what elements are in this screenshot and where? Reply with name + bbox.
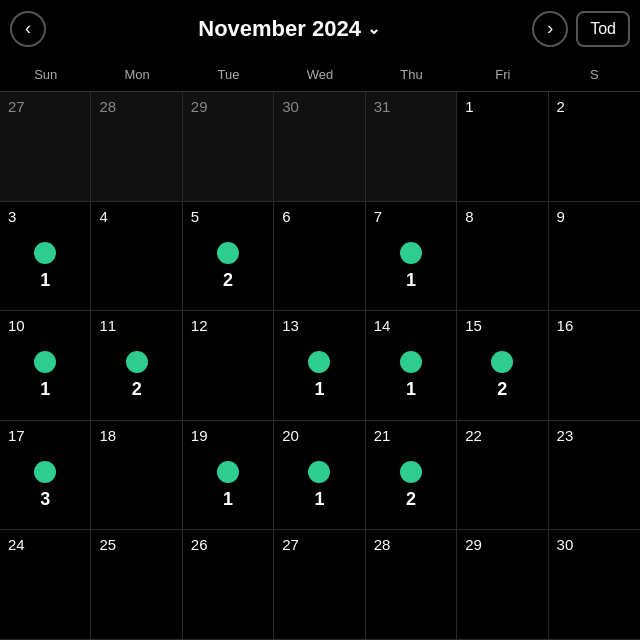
event-count: 2 (223, 270, 233, 291)
day-number: 7 (374, 208, 382, 225)
day-number: 29 (465, 536, 482, 553)
day-number: 5 (191, 208, 199, 225)
prev-month-button[interactable]: ‹ (10, 11, 46, 47)
day-number: 23 (557, 427, 574, 444)
calendar-day-cell[interactable]: 24 (0, 530, 91, 640)
event-count: 2 (132, 379, 142, 400)
day-number: 30 (557, 536, 574, 553)
event-count: 1 (314, 489, 324, 510)
event-count: 1 (314, 379, 324, 400)
day-number: 26 (191, 536, 208, 553)
calendar-day-cell[interactable]: 201 (274, 421, 365, 531)
calendar-day-cell[interactable]: 173 (0, 421, 91, 531)
day-cell-content: 1 (282, 448, 356, 524)
day-number: 29 (191, 98, 208, 115)
month-title-button[interactable]: November 2024 ⌄ (198, 16, 380, 42)
calendar-day-cell[interactable]: 52 (183, 202, 274, 312)
calendar-day-cell[interactable]: 29 (457, 530, 548, 640)
day-number: 18 (99, 427, 116, 444)
event-count: 3 (40, 489, 50, 510)
day-number: 8 (465, 208, 473, 225)
day-number: 1 (465, 98, 473, 115)
event-count: 1 (40, 379, 50, 400)
calendar-day-cell[interactable]: 191 (183, 421, 274, 531)
calendar-day-cell[interactable]: 1 (457, 92, 548, 202)
today-button[interactable]: Tod (576, 11, 630, 47)
calendar-day-cell[interactable]: 28 (91, 92, 182, 202)
event-dot-icon (34, 461, 56, 483)
calendar-day-cell[interactable]: 152 (457, 311, 548, 421)
calendar-day-cell[interactable]: 30 (549, 530, 640, 640)
event-dot-icon (308, 351, 330, 373)
calendar-day-cell[interactable]: 31 (0, 202, 91, 312)
calendar-day-cell[interactable]: 71 (366, 202, 457, 312)
day-number: 15 (465, 317, 482, 334)
event-count: 1 (223, 489, 233, 510)
calendar-day-cell[interactable]: 112 (91, 311, 182, 421)
day-number: 12 (191, 317, 208, 334)
day-cell-content: 2 (374, 448, 448, 524)
day-number: 9 (557, 208, 565, 225)
calendar-day-cell[interactable]: 131 (274, 311, 365, 421)
day-cell-content: 2 (99, 338, 173, 414)
day-header-sun: Sun (0, 57, 91, 91)
event-count: 1 (406, 270, 416, 291)
day-number: 24 (8, 536, 25, 553)
day-number: 6 (282, 208, 290, 225)
header-right: › Tod (532, 11, 630, 47)
day-number: 22 (465, 427, 482, 444)
calendar-day-cell[interactable]: 22 (457, 421, 548, 531)
event-dot-icon (308, 461, 330, 483)
day-number: 30 (282, 98, 299, 115)
day-cell-content: 1 (282, 338, 356, 414)
day-header-fri: Fri (457, 57, 548, 91)
day-number: 11 (99, 317, 116, 334)
calendar-day-cell[interactable]: 101 (0, 311, 91, 421)
calendar-day-cell[interactable]: 28 (366, 530, 457, 640)
next-month-button[interactable]: › (532, 11, 568, 47)
day-number: 17 (8, 427, 25, 444)
calendar-day-cell[interactable]: 29 (183, 92, 274, 202)
calendar-day-cell[interactable]: 31 (366, 92, 457, 202)
day-number: 2 (557, 98, 565, 115)
calendar-day-cell[interactable]: 18 (91, 421, 182, 531)
event-dot-icon (491, 351, 513, 373)
calendar-day-cell[interactable]: 4 (91, 202, 182, 312)
day-number: 28 (374, 536, 391, 553)
day-header-s: S (549, 57, 640, 91)
calendar-day-cell[interactable]: 8 (457, 202, 548, 312)
calendar-day-cell[interactable]: 141 (366, 311, 457, 421)
day-header-mon: Mon (91, 57, 182, 91)
calendar-day-cell[interactable]: 26 (183, 530, 274, 640)
calendar-day-cell[interactable]: 27 (274, 530, 365, 640)
day-number: 4 (99, 208, 107, 225)
event-dot-icon (126, 351, 148, 373)
event-count: 2 (406, 489, 416, 510)
event-count: 1 (406, 379, 416, 400)
day-number: 3 (8, 208, 16, 225)
calendar-day-cell[interactable]: 23 (549, 421, 640, 531)
event-dot-icon (217, 242, 239, 264)
day-header-tue: Tue (183, 57, 274, 91)
event-count: 1 (40, 270, 50, 291)
event-dot-icon (400, 461, 422, 483)
calendar-day-cell[interactable]: 16 (549, 311, 640, 421)
calendar-day-cell[interactable]: 27 (0, 92, 91, 202)
calendar-day-cell[interactable]: 2 (549, 92, 640, 202)
calendar-day-cell[interactable]: 12 (183, 311, 274, 421)
day-number: 14 (374, 317, 391, 334)
day-header-thu: Thu (366, 57, 457, 91)
event-dot-icon (34, 242, 56, 264)
day-number: 28 (99, 98, 116, 115)
calendar-day-cell[interactable]: 25 (91, 530, 182, 640)
day-cell-content: 2 (465, 338, 539, 414)
calendar-day-cell[interactable]: 6 (274, 202, 365, 312)
day-number: 21 (374, 427, 391, 444)
day-number: 13 (282, 317, 299, 334)
calendar-day-cell[interactable]: 9 (549, 202, 640, 312)
calendar-day-cell[interactable]: 30 (274, 92, 365, 202)
calendar-day-cell[interactable]: 212 (366, 421, 457, 531)
day-number: 31 (374, 98, 391, 115)
event-count: 2 (497, 379, 507, 400)
day-cell-content: 1 (8, 229, 82, 305)
